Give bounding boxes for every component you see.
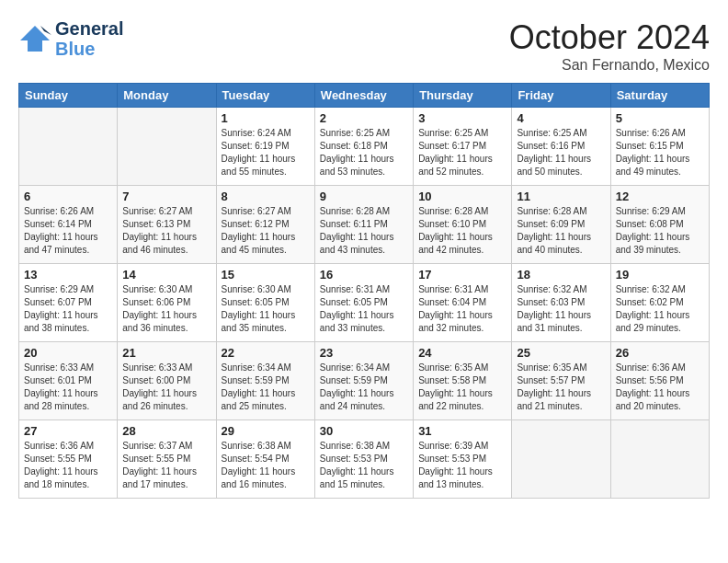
calendar-cell: 22Sunrise: 6:34 AMSunset: 5:59 PMDayligh…: [216, 342, 314, 420]
day-info: Sunrise: 6:26 AMSunset: 6:14 PMDaylight:…: [24, 205, 112, 257]
calendar-cell: 16Sunrise: 6:31 AMSunset: 6:05 PMDayligh…: [314, 264, 413, 342]
calendar-cell: 5Sunrise: 6:26 AMSunset: 6:15 PMDaylight…: [610, 108, 709, 186]
week-row-5: 27Sunrise: 6:36 AMSunset: 5:55 PMDayligh…: [19, 420, 710, 499]
day-info: Sunrise: 6:31 AMSunset: 6:04 PMDaylight:…: [418, 283, 506, 335]
day-info: Sunrise: 6:27 AMSunset: 6:12 PMDaylight:…: [222, 205, 310, 257]
calendar-cell: 8Sunrise: 6:27 AMSunset: 6:12 PMDaylight…: [216, 186, 314, 264]
day-info: Sunrise: 6:25 AMSunset: 6:18 PMDaylight:…: [320, 127, 408, 178]
calendar-cell: 4Sunrise: 6:25 AMSunset: 6:16 PMDaylight…: [512, 108, 610, 186]
month-title: October 2024: [509, 18, 710, 57]
day-number: 6: [24, 190, 112, 203]
day-number: 7: [122, 190, 210, 203]
day-info: Sunrise: 6:38 AMSunset: 5:54 PMDaylight:…: [222, 440, 310, 491]
header-day-thursday: Thursday: [414, 84, 512, 108]
day-number: 20: [24, 346, 112, 360]
day-number: 2: [320, 111, 408, 125]
day-number: 16: [320, 268, 408, 282]
calendar-cell: 10Sunrise: 6:28 AMSunset: 6:10 PMDayligh…: [414, 186, 512, 264]
calendar-cell: 20Sunrise: 6:33 AMSunset: 6:01 PMDayligh…: [19, 342, 118, 420]
day-info: Sunrise: 6:30 AMSunset: 6:05 PMDaylight:…: [222, 283, 310, 335]
header-day-sunday: Sunday: [19, 84, 118, 108]
calendar-cell: 17Sunrise: 6:31 AMSunset: 6:04 PMDayligh…: [414, 264, 512, 342]
week-row-2: 6Sunrise: 6:26 AMSunset: 6:14 PMDaylight…: [19, 186, 710, 264]
day-info: Sunrise: 6:28 AMSunset: 6:09 PMDaylight:…: [517, 205, 605, 257]
header-day-monday: Monday: [118, 84, 216, 108]
day-info: Sunrise: 6:30 AMSunset: 6:06 PMDaylight:…: [122, 283, 210, 335]
day-number: 21: [122, 346, 210, 360]
day-info: Sunrise: 6:29 AMSunset: 6:08 PMDaylight:…: [616, 205, 704, 257]
day-info: Sunrise: 6:27 AMSunset: 6:13 PMDaylight:…: [122, 205, 210, 257]
page-header: General Blue October 2024 San Fernando, …: [18, 18, 710, 74]
day-info: Sunrise: 6:25 AMSunset: 6:16 PMDaylight:…: [517, 127, 605, 178]
day-info: Sunrise: 6:28 AMSunset: 6:10 PMDaylight:…: [418, 205, 506, 257]
calendar-cell: 26Sunrise: 6:36 AMSunset: 5:56 PMDayligh…: [610, 342, 709, 420]
day-number: 11: [517, 190, 605, 203]
day-number: 13: [24, 268, 112, 282]
calendar-cell: 29Sunrise: 6:38 AMSunset: 5:54 PMDayligh…: [216, 420, 314, 499]
calendar-cell: 12Sunrise: 6:29 AMSunset: 6:08 PMDayligh…: [610, 186, 709, 264]
day-info: Sunrise: 6:34 AMSunset: 5:59 PMDaylight:…: [320, 362, 408, 413]
logo-text: General Blue: [55, 18, 123, 59]
day-number: 3: [418, 111, 506, 125]
calendar-cell: 27Sunrise: 6:36 AMSunset: 5:55 PMDayligh…: [19, 420, 118, 499]
week-row-3: 13Sunrise: 6:29 AMSunset: 6:07 PMDayligh…: [19, 264, 710, 342]
day-info: Sunrise: 6:26 AMSunset: 6:15 PMDaylight:…: [616, 127, 704, 178]
day-number: 22: [222, 346, 310, 360]
calendar-cell: [118, 108, 216, 186]
calendar-cell: 7Sunrise: 6:27 AMSunset: 6:13 PMDaylight…: [118, 186, 216, 264]
day-info: Sunrise: 6:34 AMSunset: 5:59 PMDaylight:…: [222, 362, 310, 413]
day-number: 4: [517, 111, 605, 125]
calendar-cell: 23Sunrise: 6:34 AMSunset: 5:59 PMDayligh…: [314, 342, 413, 420]
day-number: 26: [616, 346, 704, 360]
day-info: Sunrise: 6:32 AMSunset: 6:02 PMDaylight:…: [616, 283, 704, 335]
calendar-cell: 25Sunrise: 6:35 AMSunset: 5:57 PMDayligh…: [512, 342, 610, 420]
day-number: 9: [320, 190, 408, 203]
day-number: 1: [222, 111, 310, 125]
calendar-cell: 21Sunrise: 6:33 AMSunset: 6:00 PMDayligh…: [118, 342, 216, 420]
title-section: October 2024 San Fernando, Mexico: [509, 18, 710, 74]
day-number: 29: [222, 424, 310, 438]
day-info: Sunrise: 6:28 AMSunset: 6:11 PMDaylight:…: [320, 205, 408, 257]
logo-icon: [18, 22, 51, 55]
calendar-cell: 19Sunrise: 6:32 AMSunset: 6:02 PMDayligh…: [610, 264, 709, 342]
day-number: 27: [24, 424, 112, 438]
week-row-4: 20Sunrise: 6:33 AMSunset: 6:01 PMDayligh…: [19, 342, 710, 420]
calendar-cell: 11Sunrise: 6:28 AMSunset: 6:09 PMDayligh…: [512, 186, 610, 264]
day-info: Sunrise: 6:36 AMSunset: 5:56 PMDaylight:…: [616, 362, 704, 413]
day-info: Sunrise: 6:38 AMSunset: 5:53 PMDaylight:…: [320, 440, 408, 491]
day-number: 23: [320, 346, 408, 360]
calendar-cell: 15Sunrise: 6:30 AMSunset: 6:05 PMDayligh…: [216, 264, 314, 342]
day-info: Sunrise: 6:35 AMSunset: 5:58 PMDaylight:…: [418, 362, 506, 413]
calendar-cell: 28Sunrise: 6:37 AMSunset: 5:55 PMDayligh…: [118, 420, 216, 499]
calendar-cell: 24Sunrise: 6:35 AMSunset: 5:58 PMDayligh…: [414, 342, 512, 420]
day-number: 31: [418, 424, 506, 438]
header-day-friday: Friday: [512, 84, 610, 108]
header-day-saturday: Saturday: [610, 84, 709, 108]
header-day-tuesday: Tuesday: [216, 84, 314, 108]
calendar-cell: [19, 108, 118, 186]
calendar-table: SundayMondayTuesdayWednesdayThursdayFrid…: [18, 83, 710, 499]
day-info: Sunrise: 6:39 AMSunset: 5:53 PMDaylight:…: [418, 440, 506, 491]
day-info: Sunrise: 6:33 AMSunset: 6:01 PMDaylight:…: [24, 362, 112, 413]
day-info: Sunrise: 6:35 AMSunset: 5:57 PMDaylight:…: [517, 362, 605, 413]
day-info: Sunrise: 6:33 AMSunset: 6:00 PMDaylight:…: [122, 362, 210, 413]
calendar-cell: 6Sunrise: 6:26 AMSunset: 6:14 PMDaylight…: [19, 186, 118, 264]
day-info: Sunrise: 6:24 AMSunset: 6:19 PMDaylight:…: [222, 127, 310, 178]
calendar-cell: 13Sunrise: 6:29 AMSunset: 6:07 PMDayligh…: [19, 264, 118, 342]
calendar-cell: [512, 420, 610, 499]
day-number: 5: [616, 111, 704, 125]
calendar-cell: 14Sunrise: 6:30 AMSunset: 6:06 PMDayligh…: [118, 264, 216, 342]
location: San Fernando, Mexico: [509, 57, 710, 74]
svg-marker-0: [20, 26, 50, 52]
calendar-cell: 9Sunrise: 6:28 AMSunset: 6:11 PMDaylight…: [314, 186, 413, 264]
calendar-cell: 2Sunrise: 6:25 AMSunset: 6:18 PMDaylight…: [314, 108, 413, 186]
day-number: 8: [222, 190, 310, 203]
day-number: 24: [418, 346, 506, 360]
day-number: 30: [320, 424, 408, 438]
day-number: 12: [616, 190, 704, 203]
week-row-1: 1Sunrise: 6:24 AMSunset: 6:19 PMDaylight…: [19, 108, 710, 186]
day-info: Sunrise: 6:32 AMSunset: 6:03 PMDaylight:…: [517, 283, 605, 335]
day-info: Sunrise: 6:25 AMSunset: 6:17 PMDaylight:…: [418, 127, 506, 178]
day-number: 14: [122, 268, 210, 282]
header-row: SundayMondayTuesdayWednesdayThursdayFrid…: [19, 84, 710, 108]
